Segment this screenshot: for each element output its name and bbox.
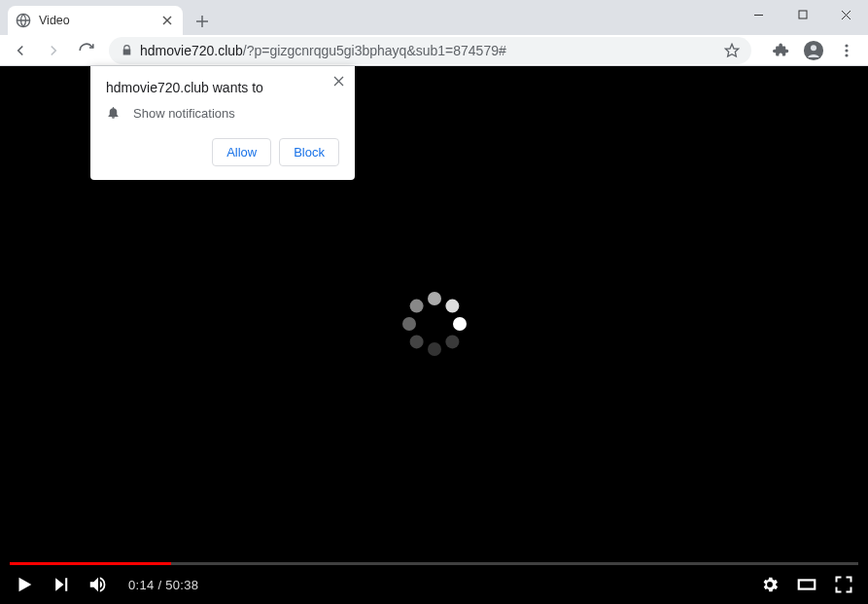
maximize-button[interactable]	[781, 0, 824, 29]
video-time-display: 0:14 / 50:38	[128, 578, 198, 592]
toolbar-right-icons	[765, 36, 862, 65]
settings-gear-icon[interactable]	[759, 574, 781, 595]
new-tab-button[interactable]	[189, 8, 216, 35]
video-control-bar: 0:14 / 50:38	[0, 565, 868, 604]
browser-toolbar: hdmovie720.club/?p=gizgcnrqgu5gi3bphayq&…	[0, 35, 868, 66]
lock-icon	[119, 43, 134, 58]
window-controls	[737, 0, 868, 29]
globe-icon	[16, 13, 31, 28]
extensions-icon[interactable]	[765, 36, 796, 65]
notification-permission-popup: hdmovie720.club wants to Show notificati…	[90, 66, 355, 180]
svg-point-14	[845, 53, 848, 56]
svg-point-11	[811, 45, 816, 51]
tab-close-icon[interactable]	[159, 13, 175, 28]
popup-permission-row: Show notifications	[106, 105, 339, 121]
window-close-button[interactable]	[824, 0, 868, 29]
forward-button[interactable]	[39, 36, 68, 65]
bell-icon	[106, 105, 122, 121]
volume-button[interactable]	[87, 574, 109, 595]
tab-title: Video	[39, 14, 159, 27]
fullscreen-button[interactable]	[833, 574, 854, 595]
svg-point-12	[845, 44, 848, 47]
play-button[interactable]	[14, 574, 35, 595]
svg-point-13	[845, 49, 848, 52]
loading-spinner	[401, 291, 468, 357]
popup-title: hdmovie720.club wants to	[106, 80, 320, 95]
svg-rect-17	[799, 580, 816, 588]
allow-button[interactable]: Allow	[212, 138, 271, 166]
minimize-button[interactable]	[737, 0, 781, 29]
address-bar[interactable]: hdmovie720.club/?p=gizgcnrqgu5gi3bphayq&…	[109, 37, 751, 64]
back-button[interactable]	[6, 36, 35, 65]
page-content: hdmovie720.club wants to Show notificati…	[0, 66, 868, 604]
next-button[interactable]	[51, 574, 72, 595]
tab-strip: Video	[0, 0, 216, 35]
browser-tab[interactable]: Video	[8, 6, 183, 35]
reload-button[interactable]	[72, 36, 101, 65]
browser-titlebar: Video	[0, 0, 868, 35]
popup-close-icon[interactable]	[330, 72, 347, 89]
svg-marker-9	[725, 44, 738, 56]
url-text: hdmovie720.club/?p=gizgcnrqgu5gi3bphayq&…	[140, 43, 724, 58]
popup-buttons: Allow Block	[106, 138, 339, 166]
block-button[interactable]: Block	[279, 138, 339, 166]
svg-rect-6	[799, 11, 807, 18]
theater-mode-button[interactable]	[796, 574, 817, 595]
popup-permission-text: Show notifications	[133, 106, 235, 121]
profile-avatar-icon[interactable]	[798, 36, 829, 65]
menu-icon[interactable]	[831, 36, 862, 65]
bookmark-star-icon[interactable]	[724, 43, 742, 58]
